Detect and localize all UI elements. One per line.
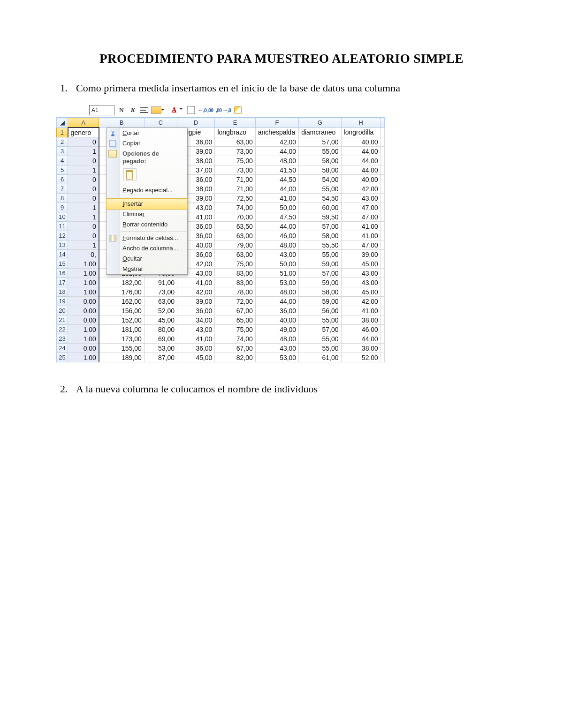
row-header[interactable]: 24	[57, 344, 68, 353]
cell[interactable]: 55,00	[299, 334, 341, 344]
cell[interactable]: 65,00	[215, 315, 255, 325]
row-header[interactable]: 3	[57, 147, 68, 156]
cell[interactable]: 38,00	[341, 315, 380, 325]
menu-delete[interactable]: Eliminar	[107, 209, 187, 219]
cell[interactable]: 48,00	[255, 156, 298, 165]
cell[interactable]: 74,00	[215, 203, 255, 212]
cell[interactable]: 48,00	[255, 240, 298, 250]
cell[interactable]: 57,00	[299, 222, 341, 231]
cell[interactable]: 73,00	[215, 147, 255, 156]
row-header[interactable]: 2	[57, 137, 68, 147]
cell[interactable]: 58,00	[299, 287, 341, 297]
cell[interactable]: 57,00	[299, 325, 341, 334]
cell[interactable]: 70,00	[215, 212, 255, 222]
cell[interactable]: 83,00	[215, 269, 255, 278]
decrease-decimal-button[interactable]: ←,0 ,00	[198, 105, 213, 115]
format-painter-button[interactable]	[234, 105, 242, 115]
cell[interactable]: 0	[68, 231, 99, 240]
row-header[interactable]: 16	[57, 269, 68, 278]
cell[interactable]: 42,00	[341, 297, 380, 306]
cell[interactable]: 39,00	[341, 250, 380, 259]
cell[interactable]: 91,00	[144, 278, 177, 287]
cell[interactable]: 57,00	[299, 269, 341, 278]
cell[interactable]: 0,00	[68, 306, 99, 315]
col-F[interactable]: F	[255, 118, 298, 128]
cell[interactable]: 54,50	[299, 194, 341, 203]
col-C[interactable]: C	[144, 118, 177, 128]
cell[interactable]: 40,00	[255, 315, 298, 325]
cell[interactable]: 73,00	[215, 165, 255, 175]
cell[interactable]: 63,00	[215, 250, 255, 259]
cell[interactable]: 55,50	[299, 240, 341, 250]
col-G[interactable]: G	[299, 118, 341, 128]
cell[interactable]: 59,50	[299, 212, 341, 222]
cell[interactable]: 0,00	[68, 344, 99, 353]
cell[interactable]: 43,00	[255, 250, 298, 259]
cell[interactable]: 71,00	[215, 175, 255, 184]
cell[interactable]: 36,00	[177, 344, 215, 353]
cell[interactable]: 44,00	[255, 147, 298, 156]
cell[interactable]: 0	[68, 137, 99, 147]
menu-insert[interactable]: Insertar	[106, 198, 188, 210]
menu-hide[interactable]: Ocultar	[107, 254, 187, 264]
cell[interactable]: 41,00	[341, 222, 380, 231]
cell[interactable]: 0,00	[68, 297, 99, 306]
cell[interactable]: 41,00	[341, 306, 380, 315]
cell[interactable]: genero	[68, 128, 99, 137]
cell[interactable]: 50,00	[255, 259, 298, 269]
cell[interactable]: 176,00	[99, 287, 144, 297]
cell[interactable]: 189,00	[99, 353, 144, 362]
cell[interactable]: 75,00	[215, 259, 255, 269]
row-header[interactable]: 4	[57, 156, 68, 165]
cell[interactable]: 0	[68, 184, 99, 194]
menu-clear[interactable]: Borrar contenido	[107, 219, 187, 230]
cell[interactable]: 44,00	[255, 184, 298, 194]
cell[interactable]: 63,00	[215, 231, 255, 240]
cell[interactable]: 74,00	[215, 334, 255, 344]
cell[interactable]: 173,00	[99, 334, 144, 344]
align-button[interactable]	[140, 105, 148, 115]
cell[interactable]: 58,00	[299, 231, 341, 240]
cell[interactable]: 45,00	[177, 353, 215, 362]
cell[interactable]: 34,00	[177, 315, 215, 325]
cell[interactable]: 47,00	[341, 203, 380, 212]
cell[interactable]: 1,00	[68, 353, 99, 362]
cell[interactable]: 46,00	[341, 325, 380, 334]
cell[interactable]: 1	[68, 147, 99, 156]
cell[interactable]: 39,00	[177, 297, 215, 306]
increase-decimal-button[interactable]: ,00 →,0	[216, 105, 231, 115]
cell[interactable]: 41,50	[255, 165, 298, 175]
cell[interactable]: 50,00	[255, 203, 298, 212]
cell[interactable]: 54,00	[299, 175, 341, 184]
cell[interactable]: 47,00	[341, 212, 380, 222]
cell[interactable]: 87,00	[144, 353, 177, 362]
cell[interactable]: 49,00	[255, 325, 298, 334]
grid[interactable]: ◢ A B C D E F G H 1generolongpielongbraz…	[56, 118, 385, 362]
cell[interactable]: 44,00	[341, 165, 380, 175]
cell[interactable]: 1,00	[68, 278, 99, 287]
cell[interactable]: 51,00	[255, 269, 298, 278]
cell[interactable]: 40,00	[341, 137, 380, 147]
fill-color-button[interactable]	[151, 105, 161, 115]
cell[interactable]: 43,00	[177, 325, 215, 334]
font-color-button[interactable]: A	[170, 105, 178, 115]
cell[interactable]: 55,00	[299, 315, 341, 325]
cell[interactable]: 79,00	[215, 240, 255, 250]
cell[interactable]: 1,00	[68, 269, 99, 278]
cell[interactable]: 69,00	[144, 334, 177, 344]
cell[interactable]: 53,00	[255, 278, 298, 287]
menu-paste-special[interactable]: Pegado especial...	[107, 185, 187, 195]
cell[interactable]: 59,00	[299, 297, 341, 306]
cell[interactable]: 78,00	[215, 287, 255, 297]
name-box[interactable]: A1	[89, 105, 114, 115]
cell[interactable]: 46,00	[255, 231, 298, 240]
row-header[interactable]: 19	[57, 297, 68, 306]
cell[interactable]: 0	[68, 194, 99, 203]
cell[interactable]: 0	[68, 222, 99, 231]
cell[interactable]: 41,00	[341, 231, 380, 240]
cell[interactable]: 1	[68, 212, 99, 222]
cell[interactable]: 44,00	[255, 222, 298, 231]
cell[interactable]: 56,00	[299, 306, 341, 315]
row-header[interactable]: 13	[57, 240, 68, 250]
cell[interactable]: 182,00	[99, 278, 144, 287]
